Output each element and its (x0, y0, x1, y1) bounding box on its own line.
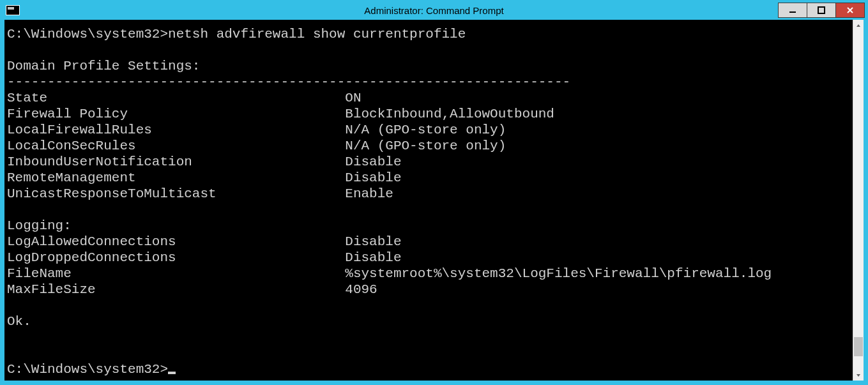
setting-key: LocalFirewallRules (7, 122, 345, 138)
setting-row: UnicastResponseToMulticast Enable (7, 186, 393, 202)
setting-key: UnicastResponseToMulticast (7, 186, 345, 202)
setting-key: LocalConSecRules (7, 138, 345, 154)
setting-row: State ON (7, 90, 362, 106)
scroll-track[interactable] (853, 31, 864, 370)
setting-row: LocalFirewallRules N/A (GPO-store only) (7, 122, 506, 138)
window-controls (779, 3, 865, 18)
maximize-button[interactable] (807, 3, 836, 18)
scroll-down-button[interactable] (853, 370, 864, 381)
divider: ----------------------------------------… (7, 75, 570, 89)
close-button[interactable] (835, 3, 865, 18)
setting-key: Firewall Policy (7, 106, 345, 122)
logging-header: Logging: (7, 218, 72, 233)
logging-row: LogAllowedConnections Disable (7, 234, 402, 250)
setting-key: State (7, 90, 345, 106)
minimize-button[interactable] (778, 3, 807, 18)
system-menu-icon[interactable] (6, 5, 20, 15)
setting-row: LocalConSecRules N/A (GPO-store only) (7, 138, 506, 154)
setting-key: RemoteManagement (7, 170, 345, 186)
setting-value: ON (345, 91, 361, 105)
setting-row: Firewall Policy BlockInbound,AllowOutbou… (7, 106, 554, 122)
setting-key: InboundUserNotification (7, 154, 345, 170)
logging-row: LogDroppedConnections Disable (7, 250, 402, 266)
scroll-up-button[interactable] (853, 20, 864, 31)
vertical-scrollbar[interactable] (853, 20, 864, 381)
setting-value: Disable (345, 250, 401, 265)
window-title: Administrator: Command Prompt (1, 5, 867, 16)
logging-row: FileName %systemroot%\system32\LogFiles\… (7, 266, 772, 282)
prompt: C:\Windows\system32> (7, 362, 168, 377)
logging-row: MaxFileSize 4096 (7, 282, 377, 298)
window-frame: Administrator: Command Prompt C:\Windows… (0, 0, 868, 385)
setting-value: Disable (345, 234, 401, 249)
title-bar[interactable]: Administrator: Command Prompt (1, 1, 867, 20)
setting-value: Disable (345, 155, 401, 169)
setting-key: MaxFileSize (7, 282, 345, 298)
terminal-output[interactable]: C:\Windows\system32>netsh advfirewall sh… (4, 20, 853, 381)
svg-rect-1 (818, 7, 825, 13)
setting-value: BlockInbound,AllowOutbound (345, 107, 554, 121)
section-header: Domain Profile Settings: (7, 59, 200, 73)
setting-value: Enable (345, 186, 393, 201)
ok-text: Ok. (7, 314, 31, 329)
setting-key: LogDroppedConnections (7, 250, 345, 266)
setting-value: %systemroot%\system32\LogFiles\Firewall\… (345, 266, 772, 281)
setting-value: Disable (345, 170, 401, 185)
scroll-thumb[interactable] (854, 337, 863, 356)
command-text: netsh advfirewall show currentprofile (168, 27, 466, 42)
prompt: C:\Windows\system32> (7, 27, 168, 42)
client-area: C:\Windows\system32>netsh advfirewall sh… (4, 20, 864, 381)
cursor (168, 372, 176, 374)
setting-value: N/A (GPO-store only) (345, 139, 506, 153)
setting-key: LogAllowedConnections (7, 234, 345, 250)
setting-row: RemoteManagement Disable (7, 170, 402, 186)
setting-value: 4096 (345, 282, 377, 297)
setting-row: InboundUserNotification Disable (7, 154, 402, 170)
setting-value: N/A (GPO-store only) (345, 123, 506, 137)
svg-rect-0 (789, 11, 796, 13)
setting-key: FileName (7, 266, 345, 282)
